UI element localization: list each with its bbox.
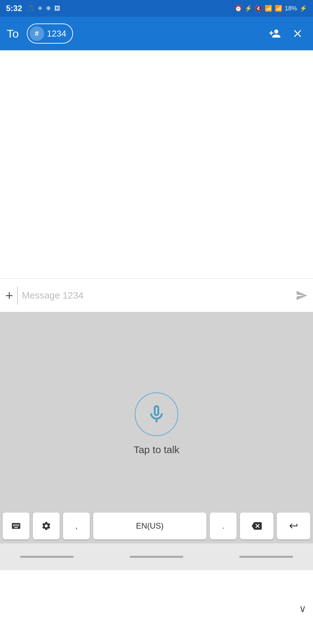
settings-key[interactable]	[33, 513, 60, 539]
status-time: 5:32	[6, 4, 22, 13]
to-label: To	[7, 27, 19, 40]
keyboard-bottom-row: , EN(US) .	[0, 509, 313, 543]
add-person-button[interactable]	[266, 25, 284, 42]
nav-indicator-right	[239, 556, 293, 558]
alarm-icon: ⏰	[235, 5, 242, 12]
message-area	[0, 50, 313, 278]
header-bar: To # 1234	[0, 17, 313, 50]
add-attachment-button[interactable]: +	[5, 289, 13, 302]
nav-bar	[0, 543, 313, 570]
battery-charging-icon: ⚡	[300, 5, 307, 12]
signal-icon: 📶	[275, 5, 282, 12]
battery-percent: 18%	[285, 5, 297, 12]
nav-indicator-left	[20, 556, 74, 558]
input-divider	[17, 286, 18, 305]
status-left: 5:32 🎵 ✳ ❄ 🖼	[6, 4, 60, 13]
recipient-chip[interactable]: # 1234	[27, 23, 73, 44]
chevron-down-icon[interactable]: ∨	[299, 603, 306, 614]
comma-key[interactable]: ,	[63, 513, 90, 539]
message-input-bar: +	[0, 278, 313, 312]
enter-key[interactable]	[277, 513, 310, 539]
language-key[interactable]: EN(US)	[93, 513, 206, 539]
close-button[interactable]	[289, 25, 306, 42]
keyboard-area: Tap to talk , EN(US) .	[0, 312, 313, 543]
bluetooth-icon: ⚡	[245, 5, 252, 12]
image-icon: 🖼	[54, 5, 60, 12]
wifi-icon: 📶	[265, 5, 272, 12]
delete-key[interactable]	[240, 513, 273, 539]
nav-indicator-center	[130, 556, 183, 558]
chip-hash: #	[29, 26, 44, 41]
message-input[interactable]	[22, 290, 292, 301]
chip-number: 1234	[47, 29, 66, 39]
mic-section: Tap to talk	[134, 339, 180, 509]
snowflake-icon: ❄	[46, 5, 51, 12]
period-key[interactable]: .	[210, 513, 237, 539]
status-bar: 5:32 🎵 ✳ ❄ 🖼 ⏰ ⚡ 🔇 📶 📶 18% ⚡	[0, 0, 313, 17]
send-button[interactable]	[296, 289, 308, 302]
tap-to-talk-label: Tap to talk	[134, 444, 180, 455]
spotify-icon: 🎵	[27, 5, 34, 12]
mic-button[interactable]	[135, 392, 178, 436]
hive-icon: ✳	[38, 5, 43, 12]
mute-icon: 🔇	[255, 5, 262, 12]
status-right: ⏰ ⚡ 🔇 📶 📶 18% ⚡	[235, 5, 307, 12]
keyboard-switch-key[interactable]	[3, 513, 29, 539]
